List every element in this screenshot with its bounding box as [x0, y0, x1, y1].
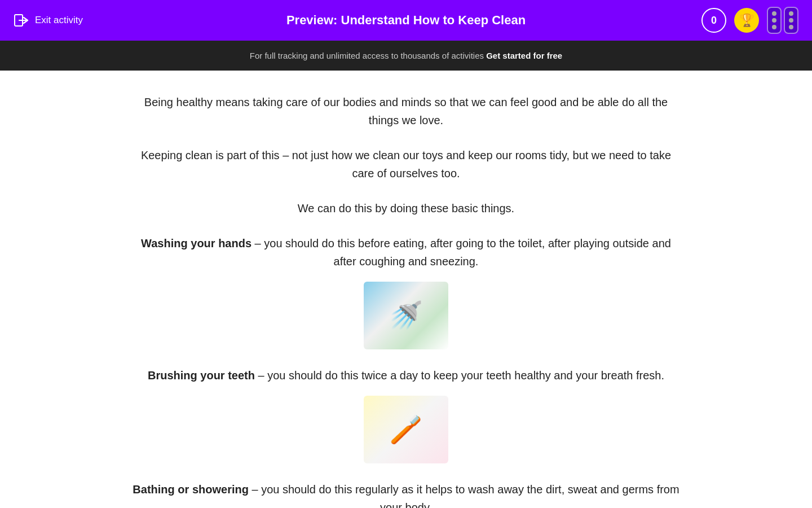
exit-activity-button[interactable]: Exit activity: [14, 12, 83, 28]
item3-rest: – you should do this regularly as it hel…: [249, 483, 679, 508]
item2-paragraph: Brushing your teeth – you should do this…: [130, 366, 682, 384]
header: Exit activity Preview: Understand How to…: [0, 0, 812, 41]
intro-paragraph-2: Keeping clean is part of this – not just…: [130, 146, 682, 182]
item2-rest: – you should do this twice a day to keep…: [255, 369, 664, 382]
exit-label: Exit activity: [35, 15, 83, 26]
banner-text: For full tracking and unlimited access t…: [250, 51, 486, 60]
main-content: Being healthy means taking care of our b…: [96, 71, 716, 508]
intro-paragraph-3: We can do this by doing these basic thin…: [130, 199, 682, 217]
exit-icon: [14, 12, 29, 28]
trophy-badge: 🏆: [734, 8, 759, 33]
trophy-icon: 🏆: [739, 13, 754, 28]
item3-bold: Bathing or showering: [133, 483, 249, 496]
handwash-image: [364, 282, 448, 349]
item1-bold: Washing your hands: [141, 237, 251, 249]
brushteeth-image: [364, 396, 448, 463]
item1-paragraph: Washing your hands – you should do this …: [130, 234, 682, 270]
intro-paragraph-1: Being healthy means taking care of our b…: [130, 93, 682, 129]
score-badge: 0: [701, 8, 726, 33]
item3-paragraph: Bathing or showering – you should do thi…: [130, 480, 682, 508]
header-controls: 0 🏆: [701, 7, 798, 34]
promo-banner: For full tracking and unlimited access t…: [0, 41, 812, 71]
banner-cta[interactable]: Get started for free: [486, 51, 562, 60]
item2-bold: Brushing your teeth: [148, 369, 255, 382]
page-title: Preview: Understand How to Keep Clean: [286, 13, 526, 28]
item1-rest: – you should do this before eating, afte…: [251, 237, 671, 268]
remote-control-icon: [767, 7, 798, 34]
